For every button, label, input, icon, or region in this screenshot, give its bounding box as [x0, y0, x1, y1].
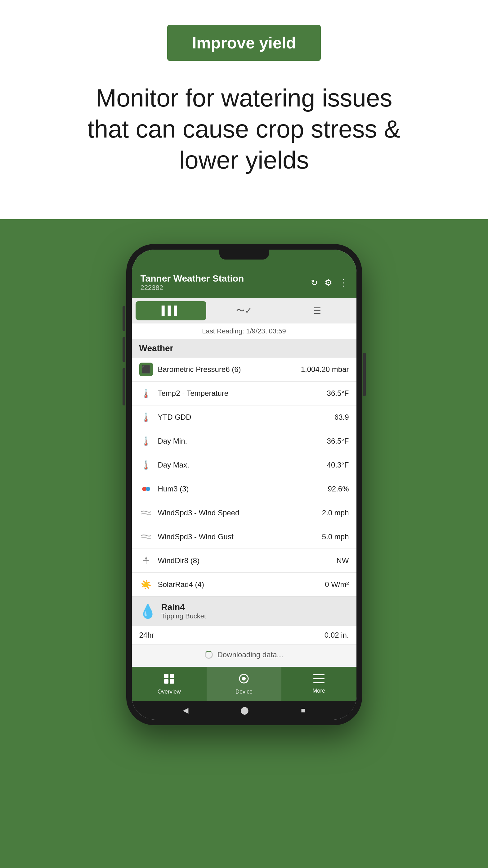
back-button[interactable]: ◀ [183, 706, 188, 715]
sensor-row-wind-gust: WindSpd3 - Wind Gust 5.0 mph [132, 525, 356, 549]
loading-spinner [205, 651, 213, 659]
sensor-row-wind-dir: WindDir8 (8) NW [132, 549, 356, 573]
svg-rect-7 [164, 679, 168, 684]
humidity-icon [139, 482, 153, 496]
download-bar: Downloading data... [132, 645, 356, 665]
header-icons: ↻ ⚙ ⋮ [311, 278, 348, 288]
notch [219, 250, 269, 259]
thermometer-icon-3: 🌡️ [139, 434, 153, 448]
phone-screen: Tanner Weather Station 222382 ↻ ⚙ ⋮ ▌▌▌ … [132, 250, 356, 720]
sensor-name-day-max: Day Max. [158, 461, 322, 469]
thermometer-icon-1: 🌡️ [139, 386, 153, 400]
svg-point-10 [242, 677, 246, 681]
sensor-value-wind-speed: 2.0 mph [322, 508, 349, 517]
thermometer-icon-4: 🌡️ [139, 458, 153, 472]
solar-rad-icon: ☀️ [139, 578, 153, 591]
sensor-row-day-min: 🌡️ Day Min. 36.5°F [132, 429, 356, 453]
sensor-value-ytd-gdd: 63.9 [334, 413, 349, 422]
sensor-name-solar-rad: SolarRad4 (4) [158, 580, 320, 589]
nav-item-device[interactable]: Device [206, 667, 282, 701]
sensor-row-temp2: 🌡️ Temp2 - Temperature 36.5°F [132, 381, 356, 405]
sensor-value-wind-dir: NW [336, 556, 349, 565]
more-icon[interactable]: ⋮ [339, 278, 348, 288]
sensor-name-wind-speed: WindSpd3 - Wind Speed [158, 508, 317, 517]
nav-label-overview: Overview [158, 688, 181, 695]
wind-dir-icon [139, 554, 153, 567]
last-reading: Last Reading: 1/9/23, 03:59 [132, 323, 356, 339]
svg-rect-13 [313, 682, 325, 683]
station-name: Tanner Weather Station [140, 273, 244, 284]
nav-item-overview[interactable]: Overview [132, 667, 206, 701]
content-area: Weather ⬛ Barometric Pressure6 (6) 1,004… [132, 339, 356, 667]
tab-trend[interactable]: 〜✓ [209, 301, 280, 320]
nav-item-more[interactable]: More [282, 667, 356, 701]
rain-label-24hr: 24hr [139, 631, 154, 640]
svg-marker-3 [145, 556, 148, 559]
sensor-row-ytd-gdd: 🌡️ YTD GDD 63.9 [132, 405, 356, 429]
sensor-name-temp2: Temp2 - Temperature [158, 389, 322, 398]
svg-rect-12 [313, 678, 325, 679]
sensor-name-day-min: Day Min. [158, 437, 322, 445]
phone-side-btn-vol-up [123, 337, 125, 362]
recents-button[interactable]: ■ [301, 706, 305, 715]
home-button[interactable]: ⬤ [240, 706, 249, 715]
device-icon [238, 673, 250, 687]
settings-icon[interactable]: ⚙ [325, 278, 332, 288]
sensor-value-wind-gust: 5.0 mph [322, 532, 349, 541]
tab-bar-chart[interactable]: ▌▌▌ [136, 301, 206, 320]
header-title-block: Tanner Weather Station 222382 [140, 273, 244, 292]
svg-rect-6 [170, 674, 174, 678]
headline-text: Monitor for watering issues that can cau… [73, 83, 415, 176]
tab-list[interactable]: ☰ [282, 301, 353, 320]
sensor-name-hum3: Hum3 (3) [158, 485, 323, 493]
nav-label-device: Device [235, 688, 253, 695]
thermometer-icon-2: 🌡️ [139, 410, 153, 424]
weather-section-header: Weather [132, 339, 356, 358]
bottom-section: Tanner Weather Station 222382 ↻ ⚙ ⋮ ▌▌▌ … [0, 219, 488, 868]
phone-mockup: Tanner Weather Station 222382 ↻ ⚙ ⋮ ▌▌▌ … [126, 244, 362, 725]
svg-rect-11 [313, 674, 325, 675]
rain-drop-icon: 💧 [139, 603, 156, 619]
sensor-value-hum3: 92.6% [328, 485, 349, 493]
bottom-nav: Overview Device [132, 667, 356, 701]
rain-value-24hr: 0.02 in. [325, 631, 349, 640]
svg-point-0 [142, 487, 147, 491]
improve-yield-badge: Improve yield [167, 25, 321, 61]
overview-icon [163, 673, 175, 687]
rain-title-block: Rain4 Tipping Bucket [161, 602, 206, 620]
bar-chart-icon: ▌▌▌ [162, 306, 180, 316]
sensor-value-day-min: 36.5°F [327, 437, 349, 445]
sensor-row-barometric: ⬛ Barometric Pressure6 (6) 1,004.20 mbar [132, 358, 356, 381]
phone-side-btn-mute [123, 306, 125, 331]
phone-side-btn-power [363, 353, 366, 396]
svg-point-1 [146, 487, 150, 491]
system-nav-bar: ◀ ⬤ ■ [132, 701, 356, 720]
trend-icon: 〜✓ [236, 305, 252, 317]
more-nav-icon [313, 674, 325, 686]
download-text: Downloading data... [217, 650, 283, 659]
list-icon: ☰ [313, 306, 321, 316]
svg-rect-5 [164, 674, 168, 678]
sensor-name-wind-gust: WindSpd3 - Wind Gust [158, 532, 317, 541]
sensor-value-solar-rad: 0 W/m² [325, 580, 349, 589]
wind-gust-icon [139, 530, 153, 544]
svg-rect-8 [170, 679, 174, 684]
nav-label-more: More [313, 688, 325, 694]
sensor-row-day-max: 🌡️ Day Max. 40.3°F [132, 453, 356, 477]
rain-subtitle: Tipping Bucket [161, 612, 206, 620]
app-header: Tanner Weather Station 222382 ↻ ⚙ ⋮ [132, 268, 356, 298]
sensor-name-ytd-gdd: YTD GDD [158, 413, 329, 422]
sensor-value-temp2: 36.5°F [327, 389, 349, 398]
phone-side-btn-vol-down [123, 368, 125, 405]
sensor-value-day-max: 40.3°F [327, 461, 349, 469]
sensor-row-wind-speed: WindSpd3 - Wind Speed 2.0 mph [132, 501, 356, 525]
refresh-icon[interactable]: ↻ [311, 278, 318, 288]
sensor-name-barometric: Barometric Pressure6 (6) [158, 365, 296, 374]
sensor-row-solar-rad: ☀️ SolarRad4 (4) 0 W/m² [132, 573, 356, 597]
rain-row-24hr: 24hr 0.02 in. [132, 626, 356, 645]
station-id: 222382 [140, 284, 244, 292]
wind-speed-icon [139, 506, 153, 520]
sensor-row-hum3: Hum3 (3) 92.6% [132, 477, 356, 501]
rain-section-header: 💧 Rain4 Tipping Bucket [132, 597, 356, 626]
notch-bar [132, 250, 356, 268]
